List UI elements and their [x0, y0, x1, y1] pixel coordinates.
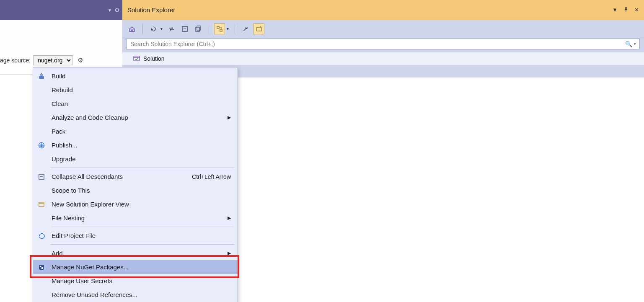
submenu-arrow-icon: ▶	[228, 215, 231, 221]
context-menu-separator	[51, 227, 234, 227]
panel-dropdown-icon[interactable]: ▼	[612, 7, 618, 13]
menu-item-shortcut: Ctrl+Left Arrow	[192, 173, 231, 180]
package-underline	[0, 75, 33, 75]
blank-icon	[37, 155, 46, 163]
menu-item-label: File Nesting	[52, 214, 222, 222]
menu-item-label: Pack	[52, 128, 231, 135]
menu-item-label: Build	[52, 72, 231, 80]
svg-rect-5	[256, 28, 261, 31]
package-source-settings-gear-icon[interactable]: ⚙	[78, 57, 83, 64]
menu-item-label: Publish...	[52, 142, 231, 149]
search-dropdown-icon[interactable]: ▾	[634, 42, 636, 46]
menu-item-label: Add	[52, 250, 222, 257]
menu-item-rebuild[interactable]: Rebuild	[33, 83, 238, 97]
svg-rect-7	[39, 76, 44, 79]
svg-point-14	[40, 266, 41, 267]
svg-rect-6	[134, 56, 140, 61]
menu-item-label: Analyze and Code Cleanup	[52, 114, 222, 121]
newview-icon	[37, 200, 46, 209]
package-source-label: age source:	[0, 57, 31, 64]
home-icon[interactable]	[127, 23, 137, 34]
svg-rect-2	[197, 26, 201, 30]
menu-item-collapse-all-descendants[interactable]: Collapse All DescendantsCtrl+Left Arrow	[33, 170, 238, 183]
menu-item-label: New Solution Explorer View	[52, 201, 231, 208]
search-input[interactable]	[130, 41, 625, 47]
panel-window-controls: ▼ ✕	[612, 7, 639, 13]
menu-item-label: Clean	[52, 100, 231, 107]
menu-item-pack[interactable]: Pack	[33, 124, 238, 138]
blank-icon	[37, 214, 46, 222]
menu-item-scope-to-this[interactable]: Scope to This	[33, 183, 238, 197]
show-all-files-icon[interactable]	[193, 23, 204, 34]
toolbar-separator	[142, 24, 143, 34]
svg-rect-8	[40, 74, 43, 76]
menu-item-new-solution-explorer-view[interactable]: New Solution Explorer View	[33, 197, 238, 211]
track-active-item-icon[interactable]	[214, 23, 225, 34]
tree-root-label: Solution	[143, 55, 165, 62]
context-menu-separator	[51, 244, 234, 245]
blank-icon	[37, 249, 46, 258]
submenu-arrow-icon: ▶	[228, 115, 231, 120]
blank-icon	[37, 127, 46, 136]
svg-rect-13	[39, 265, 44, 270]
context-menu-separator	[51, 168, 234, 168]
svg-point-15	[41, 267, 44, 269]
solution-explorer-search-row: 🔍 ▾	[122, 38, 644, 52]
menu-item-label: Collapse All Descendants	[52, 173, 186, 180]
tab-well-left: ▼ ⚙	[0, 0, 122, 20]
toolbar-separator	[209, 24, 209, 34]
collapse-all-icon[interactable]	[179, 23, 190, 34]
toolbar-separator	[235, 24, 235, 34]
solution-explorer-title: Solution Explorer	[127, 6, 612, 13]
menu-item-upgrade[interactable]: Upgrade	[33, 152, 238, 166]
blank-icon	[37, 277, 46, 285]
submenu-arrow-icon: ▶	[228, 250, 231, 256]
svg-rect-4	[220, 29, 222, 31]
menu-item-clean[interactable]: Clean	[33, 97, 238, 111]
menu-item-label: Manage NuGet Packages...	[52, 263, 231, 271]
left-white-panel	[0, 20, 122, 54]
panel-pin-icon[interactable]	[623, 7, 628, 13]
menu-item-label: Rebuild	[52, 86, 231, 93]
globe-icon	[37, 141, 46, 150]
sync-icon[interactable]	[166, 23, 177, 34]
menu-item-analyze-and-code-cleanup[interactable]: Analyze and Code Cleanup▶	[33, 111, 238, 124]
menu-item-manage-nuget-packages[interactable]: Manage NuGet Packages...	[33, 260, 238, 274]
menu-item-build[interactable]: Build	[33, 69, 238, 83]
track-dropdown-icon[interactable]: ▼	[226, 27, 230, 31]
edit-icon	[37, 232, 46, 240]
solution-explorer-header: Solution Explorer ▼ ✕	[122, 0, 644, 20]
preview-selected-icon[interactable]	[253, 23, 264, 34]
menu-item-manage-user-secrets[interactable]: Manage User Secrets	[33, 274, 238, 288]
menu-item-label: Edit Project File	[52, 232, 231, 239]
solution-icon	[133, 55, 140, 63]
menu-item-edit-project-file[interactable]: Edit Project File	[33, 229, 238, 243]
package-source-select[interactable]: nuget.org	[33, 55, 72, 65]
project-context-menu: BuildRebuildCleanAnalyze and Code Cleanu…	[33, 67, 238, 302]
menu-item-label: Upgrade	[52, 155, 231, 163]
blank-icon	[37, 114, 46, 122]
menu-item-remove-unused-references[interactable]: Remove Unused References...	[33, 288, 238, 302]
tab-settings-gear-icon[interactable]: ⚙	[114, 7, 120, 13]
properties-wrench-icon[interactable]	[240, 23, 251, 34]
menu-item-add[interactable]: Add▶	[33, 246, 238, 260]
menu-item-label: Manage User Secrets	[52, 277, 231, 284]
package-source-row: age source: nuget.org ⚙	[0, 54, 122, 67]
blank-icon	[37, 186, 46, 195]
svg-point-12	[42, 202, 44, 204]
blank-icon	[37, 86, 46, 94]
collapse-icon	[37, 173, 46, 181]
menu-item-label: Scope to This	[52, 187, 231, 194]
history-back-icon[interactable]	[148, 23, 159, 34]
history-dropdown-icon[interactable]: ▼	[160, 27, 163, 31]
tab-dropdown-icon[interactable]: ▼	[108, 8, 112, 13]
solution-explorer-search[interactable]: 🔍 ▾	[127, 39, 640, 49]
search-icon[interactable]: 🔍	[625, 41, 632, 47]
build-icon	[37, 72, 46, 80]
panel-close-icon[interactable]: ✕	[634, 7, 639, 13]
tree-root-row[interactable]: Solution	[122, 52, 644, 65]
menu-item-publish[interactable]: Publish...	[33, 138, 238, 152]
blank-icon	[37, 100, 46, 108]
menu-item-file-nesting[interactable]: File Nesting▶	[33, 211, 238, 225]
blank-icon	[37, 291, 46, 299]
